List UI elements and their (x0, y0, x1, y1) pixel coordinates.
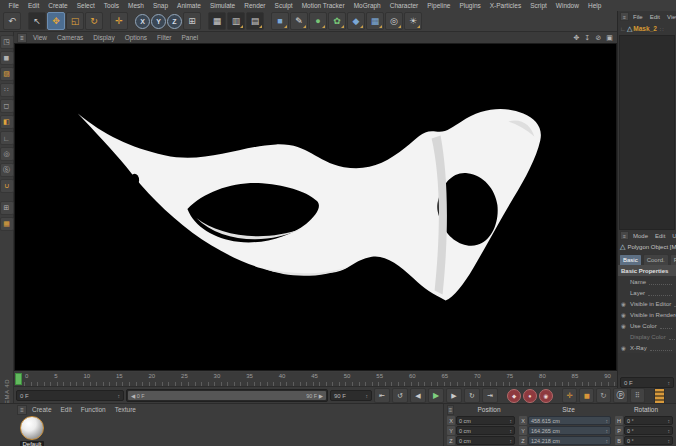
lock-z-axis-button[interactable]: Z (167, 14, 182, 29)
spinner-icon[interactable]: ↕ (665, 418, 671, 424)
prev-key-button[interactable]: ↺ (392, 388, 408, 403)
property-row-visible-in-editor[interactable]: ◉ Visible in Editor (618, 298, 676, 309)
spinner-icon[interactable]: ↕ (603, 418, 609, 424)
selection-tool-button[interactable]: ↖ (28, 12, 46, 30)
next-frame-button[interactable]: ▶ (446, 388, 462, 403)
menu-simulate[interactable]: Simulate (205, 2, 239, 9)
property-row-use-color[interactable]: ◉ Use Color (618, 320, 676, 331)
object-manager-list[interactable] (619, 35, 675, 230)
edges-mode-button[interactable]: ◻ (0, 99, 14, 113)
spinner-icon[interactable]: ↕ (603, 438, 609, 444)
property-row-visible-in-renderer[interactable]: ◉ Visible in Renderer (618, 309, 676, 320)
menu-plugins[interactable]: Plugins (455, 2, 485, 9)
current-frame-field[interactable]: 0 F ↕ (16, 390, 124, 401)
property-row-name[interactable]: Name (618, 276, 676, 287)
toggle-view-icon[interactable]: ▣ (605, 34, 614, 42)
goto-start-button[interactable]: ⇤ (374, 388, 390, 403)
material-default[interactable]: Default (17, 416, 47, 446)
menu-mesh[interactable]: Mesh (123, 2, 148, 9)
viewport-menu-cameras[interactable]: Cameras (53, 34, 87, 41)
menu-pipeline[interactable]: Pipeline (423, 2, 455, 9)
range-slider-bar[interactable]: ◀ 0 F 90 F ▶ (128, 391, 326, 400)
polygons-mode-button[interactable]: ◧ (0, 115, 14, 129)
coordinate-system-button[interactable]: ⊞ (183, 12, 201, 30)
viewport-canvas[interactable] (14, 43, 617, 371)
last-tool-button[interactable]: ✛ (110, 12, 128, 30)
lock-y-axis-button[interactable]: Y (151, 14, 166, 29)
menu-file[interactable]: File (4, 2, 23, 9)
position-z-field[interactable]: 0 cm↕ (456, 436, 515, 445)
render-picture-viewer-button[interactable]: ▥ (227, 12, 245, 30)
key-parameter-button[interactable]: Ⓟ (613, 388, 628, 403)
add-environment-button[interactable]: ◆ (347, 12, 365, 30)
zoom-view-icon[interactable]: ↧ (583, 34, 592, 42)
object-row-mask2[interactable]: ∟ △ Mask_2 :: (618, 22, 676, 35)
slider-left-arrow-icon[interactable]: ◀ (131, 393, 135, 399)
points-mode-button[interactable]: ∷ (0, 83, 14, 97)
add-floor-button[interactable]: ▦ (366, 12, 384, 30)
play-button[interactable]: ▶ (428, 388, 444, 403)
rotate-tool-button[interactable]: ↻ (85, 12, 103, 30)
mm-menu-function[interactable]: Function (77, 406, 110, 413)
undo-button[interactable]: ↶ (3, 12, 21, 30)
mm-menu-create[interactable]: Create (28, 406, 56, 413)
menu-window[interactable]: Window (551, 2, 583, 9)
next-key-button[interactable]: ↻ (464, 388, 480, 403)
am-menu-userdata[interactable]: User Data (669, 233, 676, 239)
spinner-icon[interactable]: ↕ (507, 438, 513, 444)
spinner-icon[interactable]: ↕ (115, 393, 121, 399)
lock-x-axis-button[interactable]: X (135, 14, 150, 29)
spinner-icon[interactable]: ↕ (665, 438, 671, 444)
am-menu-mode[interactable]: Mode (630, 233, 651, 239)
spinner-icon[interactable]: ↕ (603, 428, 609, 434)
menu-motion-tracker[interactable]: Motion Tracker (297, 2, 349, 9)
size-x-field[interactable]: 458.615 cm↕ (528, 416, 611, 425)
toggle-icon[interactable]: ◉ (621, 312, 628, 318)
menu-script[interactable]: Script (526, 2, 552, 9)
material-sphere-thumbnail[interactable] (20, 416, 44, 440)
toggle-icon[interactable]: ◉ (621, 345, 628, 351)
preview-range-slider[interactable]: ◀ 0 F 90 F ▶ (126, 389, 328, 402)
keyframe-bar-icon[interactable] (654, 388, 665, 404)
position-y-field[interactable]: 0 cm↕ (456, 426, 515, 435)
slider-right-arrow-icon[interactable]: ▶ (319, 393, 323, 399)
rotation-p-field[interactable]: 0 °↕ (624, 426, 673, 435)
tab-coord[interactable]: Coord. (643, 254, 669, 265)
key-pla-button[interactable]: ⠿ (630, 388, 645, 403)
attribute-manager-panel-icon[interactable]: ≡ (620, 231, 629, 240)
key-scale-button[interactable]: ◼ (579, 388, 594, 403)
spinner-icon[interactable]: ↕ (363, 393, 369, 399)
tab-basic[interactable]: Basic (619, 254, 642, 265)
render-view-button[interactable]: ▦ (208, 12, 226, 30)
viewport-panel-icon[interactable]: ≡ (17, 33, 27, 43)
position-x-field[interactable]: 0 cm↕ (456, 416, 515, 425)
menu-render[interactable]: Render (240, 2, 270, 9)
workplane-button[interactable]: ▦ (0, 217, 14, 231)
menu-create[interactable]: Create (44, 2, 73, 9)
om-menu-view[interactable]: View (664, 14, 676, 20)
key-position-button[interactable]: ✛ (562, 388, 577, 403)
key-rotation-button[interactable]: ↻ (596, 388, 611, 403)
model-mode-button[interactable]: ◼ (0, 51, 14, 65)
coordinate-panel-icon[interactable]: ≡ (447, 405, 454, 415)
toggle-icon[interactable]: ◉ (621, 323, 628, 329)
spinner-icon[interactable]: ↕ (665, 428, 671, 434)
spinner-icon[interactable]: ↕ (507, 428, 513, 434)
viewport-menu-display[interactable]: Display (89, 34, 118, 41)
visibility-toggles[interactable]: :: (660, 26, 665, 32)
menu-sculpt[interactable]: Sculpt (270, 2, 297, 9)
property-row-layer[interactable]: Layer (618, 287, 676, 298)
menu-edit[interactable]: Edit (23, 2, 43, 9)
frame-display-field[interactable]: 0 F ↕ (620, 377, 674, 388)
spinner-icon[interactable]: ↕ (507, 418, 513, 424)
render-settings-button[interactable]: ▤ (246, 12, 264, 30)
menu-select[interactable]: Select (72, 2, 99, 9)
lock-workplane-button[interactable]: ⊞ (0, 201, 14, 215)
rotate-view-icon[interactable]: ⊘ (594, 34, 603, 42)
enable-axis-button[interactable]: ∟ (0, 131, 14, 145)
spinner-icon[interactable]: ↕ (665, 380, 671, 386)
material-manager-panel-icon[interactable]: ≡ (17, 405, 27, 415)
am-menu-edit[interactable]: Edit (652, 233, 668, 239)
keyframe-selection-button[interactable]: ◉ (539, 389, 553, 403)
goto-end-button[interactable]: ⇥ (482, 388, 498, 403)
